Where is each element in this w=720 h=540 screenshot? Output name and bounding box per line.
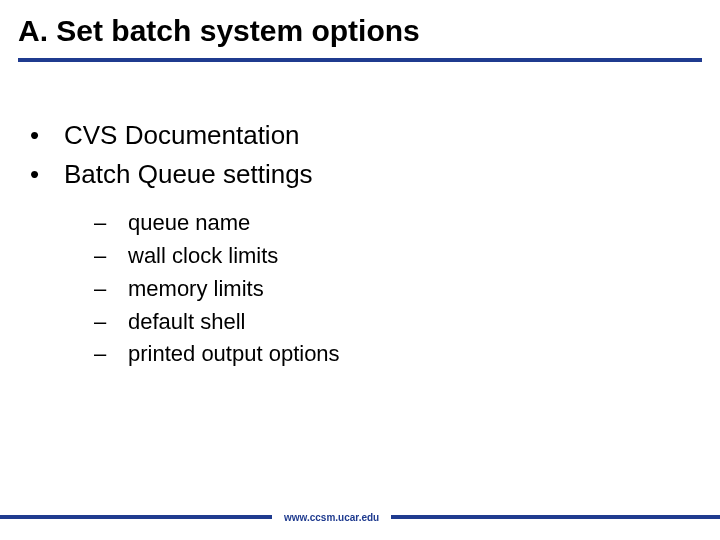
dash-marker: – — [94, 241, 128, 272]
bullet-marker: • — [30, 118, 64, 153]
dash-marker: – — [94, 208, 128, 239]
sub-bullet-text: default shell — [128, 307, 245, 338]
sub-bullet-text: wall clock limits — [128, 241, 278, 272]
bullet-item: • CVS Documentation — [30, 118, 720, 153]
slide-footer: www.ccsm.ucar.edu — [0, 510, 720, 524]
dash-marker: – — [94, 274, 128, 305]
bullet-marker: • — [30, 157, 64, 192]
sub-bullet-item: – default shell — [94, 307, 720, 338]
sub-bullet-text: memory limits — [128, 274, 264, 305]
bullet-text: Batch Queue settings — [64, 157, 313, 192]
footer-bar-left — [0, 515, 272, 519]
slide-body: • CVS Documentation • Batch Queue settin… — [0, 62, 720, 370]
slide-title: A. Set batch system options — [0, 0, 720, 58]
sub-bullet-item: – printed output options — [94, 339, 720, 370]
sub-bullet-item: – memory limits — [94, 274, 720, 305]
dash-marker: – — [94, 339, 128, 370]
bullet-item: • Batch Queue settings — [30, 157, 720, 192]
sub-bullet-item: – queue name — [94, 208, 720, 239]
sub-bullet-text: queue name — [128, 208, 250, 239]
footer-url: www.ccsm.ucar.edu — [272, 512, 391, 523]
sub-bullet-list: – queue name – wall clock limits – memor… — [30, 196, 720, 370]
dash-marker: – — [94, 307, 128, 338]
sub-bullet-text: printed output options — [128, 339, 340, 370]
bullet-text: CVS Documentation — [64, 118, 300, 153]
sub-bullet-item: – wall clock limits — [94, 241, 720, 272]
footer-bar-right — [391, 515, 720, 519]
